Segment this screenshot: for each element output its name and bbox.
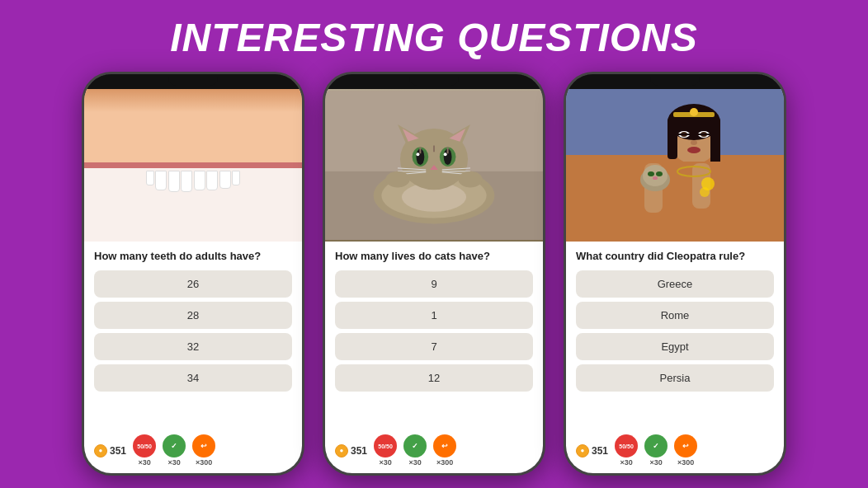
answer-3-2[interactable]: Rome bbox=[576, 302, 774, 329]
svg-point-52 bbox=[653, 176, 658, 180]
phone-image-2 bbox=[325, 89, 543, 242]
svg-point-49 bbox=[643, 165, 668, 186]
badge-fifty-3[interactable]: 50/50 ×30 bbox=[615, 434, 638, 467]
phone-footer-1: ● 351 50/50 ×30 ✓ ×30 ↩ ×300 bbox=[84, 431, 302, 473]
question-1: How many teeth do adults have? bbox=[94, 250, 292, 264]
answer-2-3[interactable]: 7 bbox=[335, 333, 533, 360]
svg-point-15 bbox=[444, 152, 447, 156]
fifty-badge-3[interactable]: 50/50 bbox=[615, 434, 638, 458]
answer-1-1[interactable]: 26 bbox=[94, 270, 292, 298]
coins-3: ● 351 bbox=[576, 444, 608, 458]
svg-point-42 bbox=[687, 147, 701, 153]
phone-footer-3: ● 351 50/50 ×30 ✓ ×30 ↩ ×300 bbox=[566, 431, 784, 473]
badge-count-skip-2: ×300 bbox=[436, 458, 453, 467]
phone-notch-2 bbox=[409, 77, 459, 86]
woman-image bbox=[566, 89, 784, 242]
check-badge-3[interactable]: ✓ bbox=[644, 434, 668, 458]
svg-point-54 bbox=[700, 187, 710, 197]
phone-footer-2: ● 351 50/50 ×30 ✓ ×30 ↩ ×300 bbox=[325, 431, 543, 473]
question-3: What country did Cleopatra rule? bbox=[576, 250, 774, 264]
svg-point-23 bbox=[385, 171, 409, 188]
check-badge-2[interactable]: ✓ bbox=[403, 434, 427, 458]
badge-skip-2[interactable]: ↩ ×300 bbox=[433, 434, 456, 467]
answer-1-4[interactable]: 34 bbox=[94, 364, 292, 392]
phone-content-2: How many lives do cats have? 9 1 7 12 bbox=[325, 242, 543, 431]
badge-count-fifty-1: ×30 bbox=[138, 458, 150, 467]
phone-content-3: What country did Cleopatra rule? Greece … bbox=[566, 242, 784, 431]
svg-point-44 bbox=[690, 108, 698, 116]
answer-1-3[interactable]: 32 bbox=[94, 333, 292, 360]
page-title: INTERESTING QUESTIONS bbox=[170, 15, 698, 60]
skip-badge-1[interactable]: ↩ bbox=[192, 434, 215, 458]
badge-skip-1[interactable]: ↩ ×300 bbox=[192, 434, 215, 467]
fifty-badge-1[interactable]: 50/50 bbox=[133, 434, 156, 458]
answer-3-3[interactable]: Egypt bbox=[576, 333, 774, 360]
svg-point-24 bbox=[458, 171, 482, 188]
svg-point-50 bbox=[648, 171, 654, 176]
woman-svg bbox=[566, 89, 784, 242]
badge-check-2[interactable]: ✓ ×30 bbox=[403, 434, 427, 467]
phone-content-1: How many teeth do adults have? 26 28 32 … bbox=[84, 242, 302, 431]
phone-notch-1 bbox=[168, 77, 218, 86]
check-badge-1[interactable]: ✓ bbox=[163, 434, 186, 458]
skip-badge-3[interactable]: ↩ bbox=[674, 434, 697, 458]
svg-point-41 bbox=[691, 140, 697, 145]
teeth-image bbox=[84, 89, 302, 242]
badge-count-check-2: ×30 bbox=[408, 458, 421, 467]
phone-3: What country did Cleopatra rule? Greece … bbox=[564, 72, 786, 476]
badge-count-skip-1: ×300 bbox=[196, 458, 212, 467]
answer-2-4[interactable]: 12 bbox=[335, 364, 533, 392]
badge-check-3[interactable]: ✓ ×30 bbox=[644, 434, 668, 467]
phone-2: How many lives do cats have? 9 1 7 12 ● … bbox=[323, 72, 545, 476]
phone-1: How many teeth do adults have? 26 28 32 … bbox=[82, 72, 304, 476]
answer-3-1[interactable]: Greece bbox=[576, 270, 774, 298]
phone-image-1 bbox=[84, 89, 302, 242]
svg-rect-34 bbox=[710, 118, 720, 167]
badge-count-fifty-2: ×30 bbox=[379, 458, 391, 467]
answer-1-2[interactable]: 28 bbox=[94, 302, 292, 329]
phone-top-bar-2 bbox=[325, 74, 543, 89]
svg-point-51 bbox=[656, 171, 663, 176]
skip-badge-2[interactable]: ↩ bbox=[433, 434, 456, 458]
fifty-badge-2[interactable]: 50/50 bbox=[374, 434, 397, 458]
phones-container: How many teeth do adults have? 26 28 32 … bbox=[82, 72, 786, 476]
coins-2: ● 351 bbox=[335, 444, 367, 458]
badge-fifty-2[interactable]: 50/50 ×30 bbox=[374, 434, 397, 467]
phone-top-bar-3 bbox=[566, 74, 784, 89]
coins-1: ● 351 bbox=[94, 444, 126, 458]
cat-svg bbox=[325, 89, 543, 242]
badge-fifty-1[interactable]: 50/50 ×30 bbox=[133, 434, 156, 467]
answer-2-1[interactable]: 9 bbox=[335, 270, 533, 298]
answer-3-4[interactable]: Persia bbox=[576, 364, 774, 392]
answer-2-2[interactable]: 1 bbox=[335, 302, 533, 329]
svg-point-14 bbox=[416, 152, 419, 156]
svg-rect-33 bbox=[668, 118, 677, 159]
coin-icon-2: ● bbox=[335, 444, 348, 458]
phone-image-3 bbox=[566, 89, 784, 242]
badge-count-check-3: ×30 bbox=[649, 458, 662, 467]
badge-skip-3[interactable]: ↩ ×300 bbox=[674, 434, 697, 467]
coin-icon-3: ● bbox=[576, 444, 589, 458]
badge-count-fifty-3: ×30 bbox=[620, 458, 632, 467]
coin-icon-1: ● bbox=[94, 444, 107, 458]
badge-check-1[interactable]: ✓ ×30 bbox=[163, 434, 186, 467]
phone-notch-3 bbox=[650, 77, 700, 86]
question-2: How many lives do cats have? bbox=[335, 250, 533, 264]
phone-top-bar-1 bbox=[84, 74, 302, 89]
badge-count-skip-3: ×300 bbox=[677, 458, 694, 467]
cat-image bbox=[325, 89, 543, 242]
badge-count-check-1: ×30 bbox=[167, 458, 180, 467]
